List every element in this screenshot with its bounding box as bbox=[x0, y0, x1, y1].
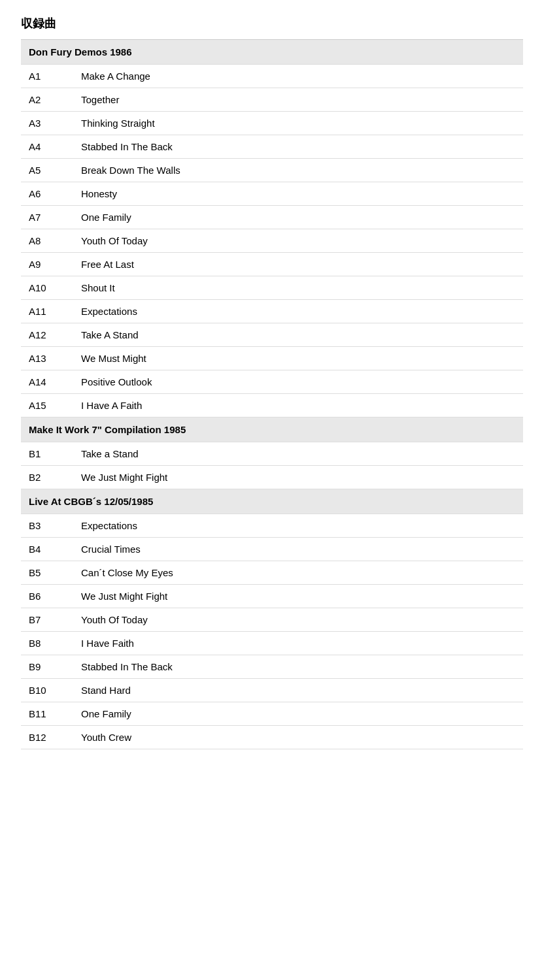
track-number: A1 bbox=[21, 65, 73, 88]
track-title: Together bbox=[73, 88, 523, 112]
track-title: Expectations bbox=[73, 514, 523, 538]
table-row: B1 Take a Stand bbox=[21, 442, 523, 466]
table-row: A13 We Must Might bbox=[21, 347, 523, 370]
table-row: A1 Make A Change bbox=[21, 65, 523, 88]
track-title: One Family bbox=[73, 702, 523, 726]
track-title: Free At Last bbox=[73, 253, 523, 276]
section-label: Make It Work 7" Compilation 1985 bbox=[21, 417, 523, 442]
track-title: I Have Faith bbox=[73, 632, 523, 655]
track-number: A2 bbox=[21, 88, 73, 112]
track-title: Take A Stand bbox=[73, 323, 523, 347]
track-title: We Must Might bbox=[73, 347, 523, 370]
track-number: A14 bbox=[21, 370, 73, 394]
track-number: A11 bbox=[21, 300, 73, 323]
table-row: A5 Break Down The Walls bbox=[21, 159, 523, 182]
track-title: Crucial Times bbox=[73, 538, 523, 561]
track-number: B11 bbox=[21, 702, 73, 726]
table-row: A11 Expectations bbox=[21, 300, 523, 323]
track-title: Youth Of Today bbox=[73, 608, 523, 632]
track-title: Take a Stand bbox=[73, 442, 523, 466]
track-number: B9 bbox=[21, 655, 73, 679]
track-number: B5 bbox=[21, 561, 73, 585]
track-number: A10 bbox=[21, 276, 73, 300]
tracklist-table: Don Fury Demos 1986 A1 Make A Change A2 … bbox=[21, 40, 523, 749]
track-number: A3 bbox=[21, 112, 73, 135]
track-title: Break Down The Walls bbox=[73, 159, 523, 182]
track-title: Make A Change bbox=[73, 65, 523, 88]
track-title: Positive Outlook bbox=[73, 370, 523, 394]
section-header-live-cbgbs: Live At CBGB´s 12/05/1985 bbox=[21, 489, 523, 514]
track-number: A6 bbox=[21, 182, 73, 206]
table-row: A3 Thinking Straight bbox=[21, 112, 523, 135]
table-row: A6 Honesty bbox=[21, 182, 523, 206]
track-title: Stand Hard bbox=[73, 679, 523, 702]
track-title: We Just Might Fight bbox=[73, 466, 523, 489]
table-row: A2 Together bbox=[21, 88, 523, 112]
track-title: Can´t Close My Eyes bbox=[73, 561, 523, 585]
track-number: B3 bbox=[21, 514, 73, 538]
section-label: Live At CBGB´s 12/05/1985 bbox=[21, 489, 523, 514]
track-title: Expectations bbox=[73, 300, 523, 323]
table-row: A4 Stabbed In The Back bbox=[21, 135, 523, 159]
section-header-make-it-work: Make It Work 7" Compilation 1985 bbox=[21, 417, 523, 442]
table-row: A10 Shout It bbox=[21, 276, 523, 300]
table-row: B2 We Just Might Fight bbox=[21, 466, 523, 489]
track-title: Honesty bbox=[73, 182, 523, 206]
track-number: A12 bbox=[21, 323, 73, 347]
track-number: B6 bbox=[21, 585, 73, 608]
table-row: A7 One Family bbox=[21, 206, 523, 229]
track-title: Youth Of Today bbox=[73, 229, 523, 253]
track-number: B2 bbox=[21, 466, 73, 489]
track-number: B1 bbox=[21, 442, 73, 466]
track-number: B12 bbox=[21, 726, 73, 749]
table-row: B9 Stabbed In The Back bbox=[21, 655, 523, 679]
track-title: We Just Might Fight bbox=[73, 585, 523, 608]
table-row: A9 Free At Last bbox=[21, 253, 523, 276]
track-title: I Have A Faith bbox=[73, 394, 523, 417]
track-title: One Family bbox=[73, 206, 523, 229]
table-row: B5 Can´t Close My Eyes bbox=[21, 561, 523, 585]
track-title: Stabbed In The Back bbox=[73, 135, 523, 159]
section-label: Don Fury Demos 1986 bbox=[21, 40, 523, 65]
table-row: A15 I Have A Faith bbox=[21, 394, 523, 417]
table-row: A8 Youth Of Today bbox=[21, 229, 523, 253]
track-number: B10 bbox=[21, 679, 73, 702]
track-number: A7 bbox=[21, 206, 73, 229]
track-title: Stabbed In The Back bbox=[73, 655, 523, 679]
table-row: B7 Youth Of Today bbox=[21, 608, 523, 632]
table-row: A12 Take A Stand bbox=[21, 323, 523, 347]
track-number: A5 bbox=[21, 159, 73, 182]
table-row: B8 I Have Faith bbox=[21, 632, 523, 655]
table-row: B10 Stand Hard bbox=[21, 679, 523, 702]
table-row: B4 Crucial Times bbox=[21, 538, 523, 561]
track-title: Shout It bbox=[73, 276, 523, 300]
track-number: B4 bbox=[21, 538, 73, 561]
track-title: Thinking Straight bbox=[73, 112, 523, 135]
table-row: A14 Positive Outlook bbox=[21, 370, 523, 394]
table-row: B11 One Family bbox=[21, 702, 523, 726]
track-number: A8 bbox=[21, 229, 73, 253]
table-row: B6 We Just Might Fight bbox=[21, 585, 523, 608]
table-row: B12 Youth Crew bbox=[21, 726, 523, 749]
track-number: A15 bbox=[21, 394, 73, 417]
track-number: B8 bbox=[21, 632, 73, 655]
track-number: B7 bbox=[21, 608, 73, 632]
track-number: A13 bbox=[21, 347, 73, 370]
track-title: Youth Crew bbox=[73, 726, 523, 749]
track-number: A4 bbox=[21, 135, 73, 159]
table-row: B3 Expectations bbox=[21, 514, 523, 538]
track-number: A9 bbox=[21, 253, 73, 276]
page-title: 収録曲 bbox=[21, 16, 523, 31]
section-header-don-fury-demos: Don Fury Demos 1986 bbox=[21, 40, 523, 65]
